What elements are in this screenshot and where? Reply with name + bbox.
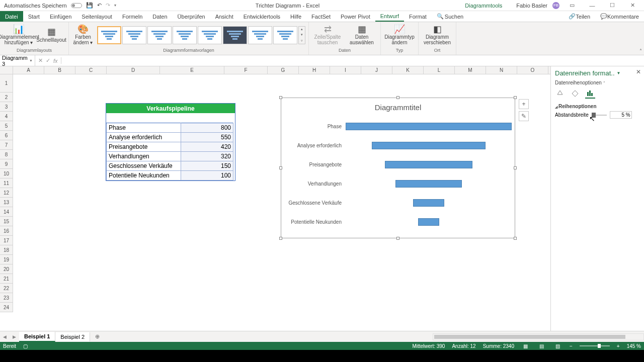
resize-handle[interactable]: [279, 96, 282, 99]
table-cell-label[interactable]: Analyse erforderlich: [107, 133, 181, 142]
table-cell-label[interactable]: Potentielle Neukunden: [107, 171, 181, 180]
tab-format[interactable]: Format: [404, 11, 432, 22]
col-header[interactable]: G: [268, 66, 299, 74]
table-cell-value[interactable]: 420: [181, 142, 233, 152]
comments-button[interactable]: 💬 Kommentare: [595, 11, 644, 22]
row-header[interactable]: 4: [0, 112, 13, 121]
tab-design[interactable]: Entwurf: [375, 11, 404, 22]
table-cell-value[interactable]: 150: [181, 161, 233, 171]
col-header[interactable]: D: [107, 66, 160, 74]
resize-handle[interactable]: [514, 237, 517, 240]
add-sheet-button[interactable]: ⊕: [90, 332, 105, 341]
style-thumb[interactable]: [147, 26, 172, 44]
tab-formulas[interactable]: Formeln: [117, 11, 147, 22]
col-header[interactable]: L: [424, 66, 455, 74]
resize-handle[interactable]: [279, 166, 282, 169]
ribbon-display-icon[interactable]: ▭: [565, 2, 580, 9]
col-header[interactable]: N: [486, 66, 517, 74]
chart-styles-gallery[interactable]: ▴▾▿: [97, 26, 305, 44]
funnel-bar[interactable]: [385, 161, 472, 168]
quick-layout-button[interactable]: ▦ Schnelllayout: [37, 27, 65, 43]
row-header[interactable]: 1: [0, 74, 13, 93]
row-header[interactable]: 2: [0, 93, 13, 102]
user-name[interactable]: Fabio Basler: [516, 3, 547, 9]
change-colors-button[interactable]: 🎨 Farbenändern ▾: [72, 25, 94, 46]
row-header[interactable]: 22: [0, 284, 13, 293]
data-table[interactable]: Verkaufspipeline Phase800Analyse erforde…: [106, 103, 235, 181]
column-headers[interactable]: ABCDEFGHIJKLMNO: [13, 66, 644, 74]
macro-record-icon[interactable]: ▢: [23, 343, 28, 349]
row-header[interactable]: 10: [0, 169, 13, 178]
col-header[interactable]: A: [13, 66, 44, 74]
sheet-nav-next-icon[interactable]: ▶: [10, 334, 19, 339]
move-chart-button[interactable]: ◧ Diagrammverschieben: [422, 25, 453, 46]
resize-handle[interactable]: [396, 237, 399, 240]
funnel-bar[interactable]: [395, 180, 462, 188]
fill-line-icon[interactable]: [555, 88, 565, 99]
page-break-view-icon[interactable]: ▧: [553, 343, 562, 349]
pane-subtitle[interactable]: Datenreihenoptionen: [555, 80, 602, 85]
row-header[interactable]: 23: [0, 293, 13, 303]
funnel-bar[interactable]: [346, 123, 512, 130]
switch-row-col-button[interactable]: ⇄ Zeile/Spaltetauschen: [312, 25, 343, 46]
col-header[interactable]: I: [330, 66, 361, 74]
confirm-fx-icon[interactable]: ✓: [46, 57, 50, 64]
chart-elements-button[interactable]: +: [519, 99, 529, 109]
maximize-icon[interactable]: ☐: [605, 2, 620, 9]
row-header[interactable]: 16: [0, 226, 13, 236]
funnel-bar[interactable]: [372, 142, 486, 149]
row-header[interactable]: 13: [0, 198, 13, 207]
change-chart-type-button[interactable]: 📈 Diagrammtypändern: [384, 25, 415, 46]
tab-search[interactable]: 🔍Suchen: [432, 11, 468, 22]
funnel-bar[interactable]: [413, 199, 444, 207]
tab-help[interactable]: Hilfe: [285, 11, 306, 22]
select-data-button[interactable]: ▦ Datenauswählen: [346, 25, 377, 46]
resize-handle[interactable]: [514, 166, 517, 169]
style-thumb[interactable]: [173, 26, 197, 44]
table-cell-value[interactable]: 320: [181, 152, 233, 161]
style-thumb[interactable]: [97, 26, 121, 44]
resize-handle[interactable]: [396, 96, 399, 99]
style-thumb[interactable]: [122, 26, 146, 44]
funnel-chart[interactable]: Diagrammtitel PhaseAnalyse erforderlichP…: [281, 98, 515, 238]
row-header[interactable]: 6: [0, 131, 13, 140]
zoom-slider[interactable]: [580, 345, 610, 346]
tab-review[interactable]: Überprüfen: [173, 11, 210, 22]
col-header[interactable]: E: [160, 66, 224, 74]
col-header[interactable]: K: [392, 66, 424, 74]
save-icon[interactable]: 💾: [86, 2, 93, 9]
tab-powerpivot[interactable]: Power Pivot: [336, 11, 375, 22]
gap-width-input[interactable]: [610, 111, 632, 119]
style-thumb[interactable]: [198, 26, 222, 44]
col-header[interactable]: J: [361, 66, 392, 74]
table-cell-value[interactable]: 100: [181, 171, 233, 180]
gallery-more-button[interactable]: ▴▾▿: [298, 26, 305, 44]
style-thumb[interactable]: [223, 26, 247, 44]
share-button[interactable]: 🔗 Teilen: [564, 11, 595, 22]
table-cell-value[interactable]: 800: [181, 123, 233, 133]
close-icon[interactable]: ✕: [625, 2, 640, 9]
table-cell-label[interactable]: Geschlossene Verkäufe: [107, 161, 181, 171]
row-header[interactable]: 12: [0, 188, 13, 198]
tab-pagelayout[interactable]: Seitenlayout: [76, 11, 117, 22]
row-header[interactable]: 15: [0, 217, 13, 226]
pane-close-icon[interactable]: ✕: [636, 68, 641, 75]
sheet-nav-prev-icon[interactable]: ◀: [0, 334, 10, 339]
tab-view[interactable]: Ansicht: [210, 11, 238, 22]
row-header[interactable]: 7: [0, 140, 13, 150]
fx-icon[interactable]: fx: [53, 58, 58, 64]
col-header[interactable]: B: [44, 66, 75, 74]
horizontal-scrollbar[interactable]: [433, 333, 644, 340]
tab-file[interactable]: Datei: [0, 11, 23, 22]
tab-developer[interactable]: Entwicklertools: [238, 11, 285, 22]
add-chart-element-button[interactable]: 📊 Diagrammelementhinzufügen ▾: [3, 25, 34, 46]
autosave-toggle[interactable]: [71, 3, 82, 8]
name-box[interactable]: Diagramm 3▼: [0, 55, 35, 67]
row-header[interactable]: 9: [0, 159, 13, 169]
cells[interactable]: Verkaufspipeline Phase800Analyse erforde…: [13, 74, 644, 331]
select-all-triangle[interactable]: [0, 66, 13, 74]
minimize-icon[interactable]: —: [585, 3, 600, 9]
zoom-in-icon[interactable]: +: [617, 343, 620, 349]
redo-icon[interactable]: ↷: [106, 2, 110, 9]
sheet-tab[interactable]: Beispiel 2: [55, 332, 90, 341]
